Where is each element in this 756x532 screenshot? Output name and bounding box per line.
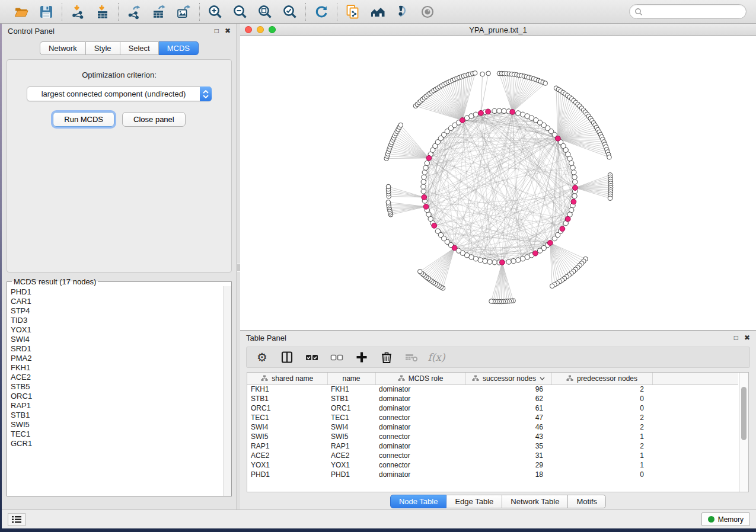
column-header-shared-name[interactable]: shared name [247, 373, 327, 384]
result-node-item[interactable]: RAP1 [11, 401, 231, 411]
table-row[interactable]: ORC1ORC1dominator610 [247, 403, 738, 413]
select-all-checks-icon[interactable] [305, 350, 319, 364]
table-row[interactable]: RAP1RAP1dominator352 [247, 441, 738, 451]
add-column-icon[interactable] [355, 350, 369, 364]
optimization-criterion-select[interactable]: largest connected component (undirected) [27, 86, 212, 101]
cell: dominator [375, 394, 465, 403]
result-node-item[interactable]: STB1 [11, 411, 231, 420]
result-node-item[interactable]: TID3 [11, 316, 231, 325]
result-node-item[interactable]: SRD1 [11, 344, 231, 354]
network-graph[interactable] [240, 36, 755, 330]
float-panel-icon[interactable]: □ [215, 27, 219, 34]
tab-motifs[interactable]: Motifs [568, 495, 606, 508]
close-panel-icon[interactable]: ✖ [225, 27, 231, 34]
task-history-button[interactable] [8, 513, 25, 526]
minimize-window-icon[interactable] [257, 26, 264, 33]
table-row[interactable]: PHD1PHD1dominator180 [247, 470, 738, 479]
gear-icon[interactable]: ⚙ [255, 350, 269, 364]
result-node-item[interactable]: CAR1 [11, 297, 231, 306]
table-row[interactable]: SWI4SWI4dominator462 [247, 422, 738, 432]
deselect-all-checks-icon[interactable] [330, 350, 344, 364]
column-header-MCDS-role[interactable]: MCDS role [375, 373, 465, 384]
result-node-item[interactable]: FKH1 [11, 363, 231, 373]
memory-button[interactable]: Memory [701, 512, 750, 526]
cell: 96 [465, 384, 551, 394]
maximize-window-icon[interactable] [269, 26, 276, 33]
search-houses-icon[interactable] [369, 4, 386, 20]
import-table-icon[interactable] [94, 4, 111, 20]
import-network-icon[interactable] [69, 4, 86, 20]
cell: 0 [551, 394, 652, 403]
table-scrollbar-thumb[interactable] [741, 387, 747, 440]
zoom-in-icon[interactable] [207, 4, 224, 20]
copy-network-document-icon[interactable] [344, 4, 361, 20]
tab-mcds[interactable]: MCDS [159, 41, 199, 55]
cell: dominator [375, 422, 465, 432]
close-panel-button[interactable]: Close panel [122, 112, 186, 127]
tab-node-table[interactable]: Node Table [390, 495, 447, 508]
result-list-scrollbar[interactable] [223, 286, 231, 496]
result-node-item[interactable]: GCR1 [11, 439, 231, 448]
close-table-panel-icon[interactable]: ✖ [744, 334, 750, 341]
result-node-item[interactable]: ACE2 [11, 373, 231, 382]
cell: connector [375, 451, 465, 460]
open-folder-icon[interactable] [13, 4, 30, 20]
tab-network[interactable]: Network [40, 41, 86, 55]
result-node-item[interactable]: SWI4 [11, 335, 231, 344]
hide-glyph-eye-icon[interactable] [394, 4, 411, 20]
cell: RAP1 [247, 441, 327, 451]
result-node-item[interactable]: SWI5 [11, 420, 231, 430]
zoom-fit-icon[interactable] [257, 4, 273, 20]
result-node-item[interactable]: PHD1 [11, 287, 231, 297]
refresh-layout-icon[interactable] [313, 4, 330, 20]
table-row[interactable]: STB1STB1dominator620 [247, 394, 738, 403]
control-panel-title: Control Panel [8, 27, 55, 36]
result-node-item[interactable]: STB5 [11, 382, 231, 392]
table-row[interactable]: TEC1TEC1connector472 [247, 413, 738, 422]
column-header-name[interactable]: name [327, 373, 375, 384]
delete-column-icon[interactable] [379, 350, 394, 364]
cell: SWI5 [327, 432, 375, 441]
result-node-item[interactable]: PMA2 [11, 354, 231, 363]
export-image-icon[interactable] [176, 4, 192, 20]
close-window-icon[interactable] [245, 26, 252, 33]
result-node-item[interactable]: ORC1 [11, 392, 231, 401]
zoom-selected-icon[interactable] [282, 4, 298, 20]
tab-select[interactable]: Select [120, 41, 159, 55]
cell: 62 [465, 394, 551, 403]
network-titlebar: YPA_prune.txt_1 [240, 24, 756, 36]
function-builder-icon: f(x) [429, 350, 444, 364]
zoom-out-icon[interactable] [232, 4, 248, 20]
column-header-predecessor-nodes[interactable]: predecessor nodes [551, 373, 652, 384]
export-table-icon[interactable] [151, 4, 167, 20]
network-canvas[interactable] [240, 36, 756, 330]
table-row[interactable]: SWI5SWI5connector431 [247, 432, 738, 441]
run-mcds-button[interactable]: Run MCDS [53, 112, 114, 127]
show-glyph-eye-icon[interactable] [419, 4, 436, 20]
control-panel: Control Panel □ ✖ NetworkStyleSelectMCDS… [2, 24, 237, 509]
tab-edge-table[interactable]: Edge Table [446, 495, 502, 508]
table-row[interactable]: ACE2ACE2connector311 [247, 451, 738, 460]
result-node-item[interactable]: YOX1 [11, 325, 231, 335]
cell: 1 [551, 432, 652, 441]
result-node-item[interactable]: TEC1 [11, 430, 231, 439]
cell: TEC1 [247, 413, 327, 422]
list-icon [11, 515, 22, 524]
float-table-panel-icon[interactable]: □ [734, 334, 738, 341]
mcds-result-list[interactable]: PHD1CAR1STP4TID3YOX1SWI4SRD1PMA2FKH1ACE2… [7, 286, 231, 496]
save-icon[interactable] [38, 4, 55, 20]
tab-network-table[interactable]: Network Table [502, 495, 568, 508]
tab-style[interactable]: Style [86, 41, 120, 55]
table-scrollbar[interactable] [739, 373, 748, 492]
table-row[interactable]: FKH1FKH1dominator962 [247, 384, 738, 394]
split-columns-icon[interactable] [280, 350, 294, 364]
export-network-icon[interactable] [126, 4, 142, 20]
search-input[interactable] [643, 8, 741, 16]
selected-criterion: largest connected component (undirected) [27, 89, 200, 98]
network-title: YPA_prune.txt_1 [240, 25, 756, 34]
node-table: shared namenameMCDS rolesuccessor nodesp… [247, 373, 738, 479]
result-node-item[interactable]: STP4 [11, 306, 231, 316]
table-row[interactable]: YOX1YOX1connector291 [247, 460, 738, 470]
search-box[interactable] [629, 4, 747, 19]
column-header-successor-nodes[interactable]: successor nodes [465, 373, 551, 384]
